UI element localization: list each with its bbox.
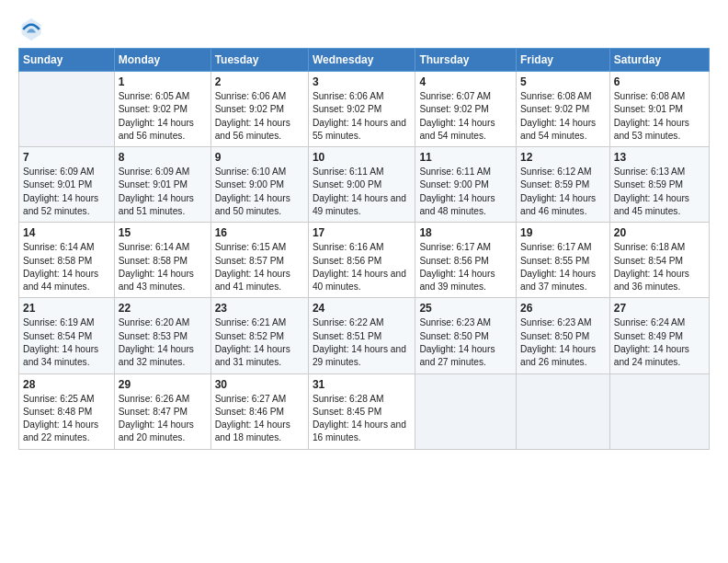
calendar-cell: 10Sunrise: 6:11 AMSunset: 9:00 PMDayligh… xyxy=(308,147,415,223)
day-detail: Sunrise: 6:23 AMSunset: 8:50 PMDaylight:… xyxy=(419,316,512,369)
day-number: 10 xyxy=(313,151,411,164)
col-header-thursday: Thursday xyxy=(415,49,517,72)
calendar-cell: 16Sunrise: 6:15 AMSunset: 8:57 PMDayligh… xyxy=(210,223,308,298)
day-detail: Sunrise: 6:23 AMSunset: 8:50 PMDaylight:… xyxy=(520,316,606,369)
day-detail: Sunrise: 6:28 AMSunset: 8:45 PMDaylight:… xyxy=(313,393,411,445)
day-detail: Sunrise: 6:07 AMSunset: 9:02 PMDaylight:… xyxy=(419,90,512,143)
calendar-cell: 13Sunrise: 6:13 AMSunset: 8:59 PMDayligh… xyxy=(609,147,709,223)
day-number: 5 xyxy=(520,75,606,88)
day-number: 7 xyxy=(23,151,110,164)
day-number: 27 xyxy=(614,302,705,315)
day-number: 17 xyxy=(313,226,411,239)
calendar-cell: 28Sunrise: 6:25 AMSunset: 8:48 PMDayligh… xyxy=(19,373,115,449)
calendar-table: SundayMondayTuesdayWednesdayThursdayFrid… xyxy=(18,48,710,450)
day-number: 29 xyxy=(119,378,207,391)
calendar-cell: 30Sunrise: 6:27 AMSunset: 8:46 PMDayligh… xyxy=(210,373,308,449)
calendar-cell: 18Sunrise: 6:17 AMSunset: 8:56 PMDayligh… xyxy=(415,223,517,298)
col-header-wednesday: Wednesday xyxy=(308,49,415,72)
week-row-4: 21Sunrise: 6:19 AMSunset: 8:54 PMDayligh… xyxy=(19,298,710,373)
calendar-cell: 6Sunrise: 6:08 AMSunset: 9:01 PMDaylight… xyxy=(609,72,709,147)
day-number: 9 xyxy=(215,151,304,164)
calendar-body: 1Sunrise: 6:05 AMSunset: 9:02 PMDaylight… xyxy=(19,72,710,450)
day-number: 24 xyxy=(313,302,411,315)
calendar-cell: 12Sunrise: 6:12 AMSunset: 8:59 PMDayligh… xyxy=(517,147,610,223)
day-detail: Sunrise: 6:10 AMSunset: 9:00 PMDaylight:… xyxy=(215,166,304,218)
day-number: 30 xyxy=(215,378,304,391)
week-row-1: 1Sunrise: 6:05 AMSunset: 9:02 PMDaylight… xyxy=(19,72,710,147)
day-detail: Sunrise: 6:11 AMSunset: 9:00 PMDaylight:… xyxy=(419,166,512,218)
calendar-cell: 22Sunrise: 6:20 AMSunset: 8:53 PMDayligh… xyxy=(114,298,210,373)
day-detail: Sunrise: 6:06 AMSunset: 9:02 PMDaylight:… xyxy=(215,90,304,143)
calendar-cell: 19Sunrise: 6:17 AMSunset: 8:55 PMDayligh… xyxy=(517,223,610,298)
day-number: 25 xyxy=(419,302,512,315)
day-detail: Sunrise: 6:08 AMSunset: 9:02 PMDaylight:… xyxy=(520,90,606,143)
calendar-cell: 15Sunrise: 6:14 AMSunset: 8:58 PMDayligh… xyxy=(114,223,210,298)
calendar-cell: 11Sunrise: 6:11 AMSunset: 9:00 PMDayligh… xyxy=(415,147,517,223)
week-row-3: 14Sunrise: 6:14 AMSunset: 8:58 PMDayligh… xyxy=(19,223,710,298)
col-header-friday: Friday xyxy=(517,49,610,72)
day-number: 1 xyxy=(119,75,207,88)
calendar-cell: 31Sunrise: 6:28 AMSunset: 8:45 PMDayligh… xyxy=(308,373,415,449)
day-number: 16 xyxy=(215,226,304,239)
calendar-cell: 26Sunrise: 6:23 AMSunset: 8:50 PMDayligh… xyxy=(517,298,610,373)
day-number: 28 xyxy=(23,378,110,391)
day-number: 23 xyxy=(215,302,304,315)
day-number: 31 xyxy=(313,378,411,391)
calendar-cell: 8Sunrise: 6:09 AMSunset: 9:01 PMDaylight… xyxy=(114,147,210,223)
col-header-sunday: Sunday xyxy=(19,49,115,72)
day-number: 21 xyxy=(23,302,110,315)
day-detail: Sunrise: 6:13 AMSunset: 8:59 PMDaylight:… xyxy=(614,166,705,218)
col-header-saturday: Saturday xyxy=(609,49,709,72)
day-number: 19 xyxy=(520,226,606,239)
day-detail: Sunrise: 6:17 AMSunset: 8:56 PMDaylight:… xyxy=(419,241,512,293)
logo-icon xyxy=(18,17,44,42)
calendar-cell: 5Sunrise: 6:08 AMSunset: 9:02 PMDaylight… xyxy=(517,72,610,147)
calendar-cell: 2Sunrise: 6:06 AMSunset: 9:02 PMDaylight… xyxy=(210,72,308,147)
day-detail: Sunrise: 6:15 AMSunset: 8:57 PMDaylight:… xyxy=(215,241,304,293)
day-number: 15 xyxy=(119,226,207,239)
calendar-cell: 17Sunrise: 6:16 AMSunset: 8:56 PMDayligh… xyxy=(308,223,415,298)
day-detail: Sunrise: 6:05 AMSunset: 9:02 PMDaylight:… xyxy=(119,90,207,143)
day-number: 14 xyxy=(23,226,110,239)
header-row: SundayMondayTuesdayWednesdayThursdayFrid… xyxy=(19,49,710,72)
day-detail: Sunrise: 6:11 AMSunset: 9:00 PMDaylight:… xyxy=(313,166,411,218)
calendar-cell: 7Sunrise: 6:09 AMSunset: 9:01 PMDaylight… xyxy=(19,147,115,223)
calendar-cell: 27Sunrise: 6:24 AMSunset: 8:49 PMDayligh… xyxy=(609,298,709,373)
day-detail: Sunrise: 6:21 AMSunset: 8:52 PMDaylight:… xyxy=(215,316,304,369)
calendar-cell xyxy=(19,72,115,147)
header xyxy=(18,17,710,42)
day-number: 3 xyxy=(313,75,411,88)
day-detail: Sunrise: 6:19 AMSunset: 8:54 PMDaylight:… xyxy=(23,316,110,369)
day-number: 20 xyxy=(614,226,705,239)
day-detail: Sunrise: 6:14 AMSunset: 8:58 PMDaylight:… xyxy=(23,241,110,293)
day-detail: Sunrise: 6:16 AMSunset: 8:56 PMDaylight:… xyxy=(313,241,411,293)
week-row-2: 7Sunrise: 6:09 AMSunset: 9:01 PMDaylight… xyxy=(19,147,710,223)
calendar-cell: 29Sunrise: 6:26 AMSunset: 8:47 PMDayligh… xyxy=(114,373,210,449)
calendar-cell: 24Sunrise: 6:22 AMSunset: 8:51 PMDayligh… xyxy=(308,298,415,373)
calendar-cell: 25Sunrise: 6:23 AMSunset: 8:50 PMDayligh… xyxy=(415,298,517,373)
calendar-cell: 21Sunrise: 6:19 AMSunset: 8:54 PMDayligh… xyxy=(19,298,115,373)
day-number: 2 xyxy=(215,75,304,88)
calendar-header: SundayMondayTuesdayWednesdayThursdayFrid… xyxy=(19,49,710,72)
day-detail: Sunrise: 6:25 AMSunset: 8:48 PMDaylight:… xyxy=(23,393,110,445)
calendar-cell: 9Sunrise: 6:10 AMSunset: 9:00 PMDaylight… xyxy=(210,147,308,223)
day-number: 6 xyxy=(614,75,705,88)
calendar-cell: 20Sunrise: 6:18 AMSunset: 8:54 PMDayligh… xyxy=(609,223,709,298)
day-number: 13 xyxy=(614,151,705,164)
day-number: 22 xyxy=(119,302,207,315)
day-detail: Sunrise: 6:12 AMSunset: 8:59 PMDaylight:… xyxy=(520,166,606,218)
day-number: 11 xyxy=(419,151,512,164)
calendar-cell: 1Sunrise: 6:05 AMSunset: 9:02 PMDaylight… xyxy=(114,72,210,147)
calendar-cell xyxy=(517,373,610,449)
day-detail: Sunrise: 6:20 AMSunset: 8:53 PMDaylight:… xyxy=(119,316,207,369)
day-detail: Sunrise: 6:24 AMSunset: 8:49 PMDaylight:… xyxy=(614,316,705,369)
day-number: 12 xyxy=(520,151,606,164)
day-detail: Sunrise: 6:26 AMSunset: 8:47 PMDaylight:… xyxy=(119,393,207,445)
col-header-monday: Monday xyxy=(114,49,210,72)
col-header-tuesday: Tuesday xyxy=(210,49,308,72)
day-detail: Sunrise: 6:06 AMSunset: 9:02 PMDaylight:… xyxy=(313,90,411,143)
day-number: 18 xyxy=(419,226,512,239)
week-row-5: 28Sunrise: 6:25 AMSunset: 8:48 PMDayligh… xyxy=(19,373,710,449)
day-detail: Sunrise: 6:09 AMSunset: 9:01 PMDaylight:… xyxy=(23,166,110,218)
day-number: 4 xyxy=(419,75,512,88)
